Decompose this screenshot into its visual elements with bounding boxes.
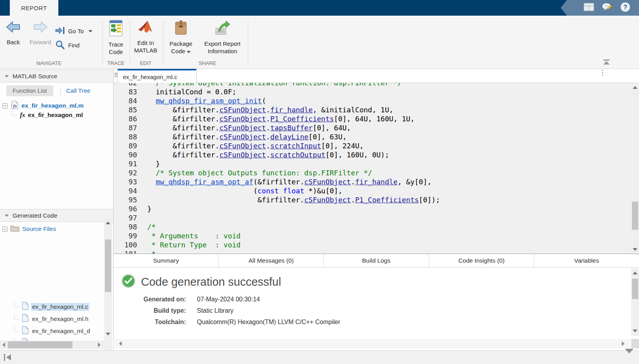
code-link[interactable]: scratchInput [270, 142, 321, 150]
bottom-tab-code-insights[interactable]: Code Insights (0) [429, 254, 534, 267]
source-files-label[interactable]: Source Files [22, 225, 56, 232]
feedback-icon[interactable] [601, 2, 613, 13]
code-line: 87 &firfilter.cSFunObject.tapsBuffer[0],… [114, 123, 631, 132]
code-link[interactable]: P1_Coefficients [355, 196, 419, 204]
code-text: * Arguments : void [147, 231, 240, 240]
tree-node-source-files[interactable]: Source Files [2, 225, 56, 233]
code-text: &firfilter.cSFunObject.scratchInput[0], … [147, 141, 364, 150]
code-link[interactable]: cSFunObject [219, 124, 266, 132]
collapse-ribbon-button[interactable] [602, 59, 611, 65]
scroll-left-arrow[interactable] [2, 342, 5, 347]
back-button[interactable]: Back [2, 20, 24, 46]
generated-code-header[interactable]: Generated Code [0, 209, 113, 222]
code-link[interactable]: cSFunObject [219, 151, 266, 159]
scroll-right-arrow[interactable] [98, 342, 101, 347]
matlab-file-icon: fx [10, 100, 19, 111]
generated-file-item[interactable]: ex_fir_hexagon_ml.c [0, 301, 103, 313]
trace-code-button[interactable]: Trace Code [104, 20, 128, 56]
forward-arrow-icon [27, 20, 53, 36]
code-text: /* [147, 222, 156, 231]
code-link[interactable]: cSFunObject [219, 106, 266, 114]
code-token: /* System object Outputs function: dsp.F… [147, 169, 372, 177]
sidebar-vscroll-thumb[interactable] [105, 240, 111, 292]
code-line: 94 (const float *)&u[0], [114, 186, 631, 195]
code-link[interactable]: cSFunObject [219, 115, 266, 123]
edit-in-matlab-button[interactable]: Edit In MATLAB [132, 20, 160, 54]
code-link[interactable]: delayLine [270, 133, 309, 141]
code-link[interactable]: mw_qhdsp_fir_asm_opt_af [156, 178, 253, 186]
line-number: 98 [114, 222, 137, 231]
package-code-button[interactable]: Package Code [166, 20, 196, 55]
scroll-right-arrow[interactable] [622, 341, 625, 346]
code-line: 100 * Return Type : void [114, 240, 631, 249]
tab-function-list[interactable]: Function List [6, 85, 53, 96]
scroll-left-arrow[interactable] [119, 341, 122, 346]
scroll-down-arrow[interactable] [633, 248, 637, 251]
tab-call-tree[interactable]: Call Tree [66, 87, 90, 94]
code-link[interactable]: P1_Coefficients [270, 115, 334, 123]
find-button[interactable]: Find [55, 40, 79, 50]
scroll-up-arrow[interactable] [106, 222, 110, 224]
scroll-up-arrow[interactable] [633, 272, 637, 274]
code-text: &firfilter.cSFunObject.P1_Coefficients[0… [147, 114, 415, 123]
bottom-tab-all-messages[interactable]: All Messages (0) [219, 254, 324, 267]
collapse-node-icon[interactable] [2, 103, 7, 108]
code-link[interactable]: fir_handle [355, 178, 397, 186]
code-link[interactable]: scratchOutput [270, 151, 325, 159]
code-token: &firfilter. [147, 124, 219, 132]
bottom-tab-summary[interactable]: Summary [114, 254, 219, 267]
tab-report[interactable]: REPORT [10, 0, 58, 16]
section-label-edit: EDIT [134, 60, 157, 66]
export-report-button[interactable]: Export Report Information [199, 20, 246, 55]
code-link[interactable]: cSFunObject [304, 178, 351, 186]
file-name: ex_fir_hexagon_ml.h [31, 315, 90, 323]
code-link[interactable]: fir_handle [270, 106, 312, 114]
back-label: Back [7, 39, 20, 45]
collapse-node-icon[interactable] [2, 227, 7, 232]
sidebar-hscroll-thumb[interactable] [8, 341, 72, 348]
forward-button[interactable]: Forward [27, 20, 53, 46]
tree-node-function[interactable]: fx ex_fir_hexagon_ml [12, 112, 83, 119]
scroll-down-arrow[interactable] [633, 330, 637, 332]
scroll-down-arrow[interactable] [106, 333, 110, 335]
generated-file-item[interactable]: ex_fir_hexagon_ml.h [0, 313, 103, 325]
editor-tab-ex-fir-hexagon-ml-c[interactable]: ex_fir_hexagon_ml.c [117, 69, 197, 83]
code-link[interactable]: cSFunObject [219, 142, 266, 150]
code-link[interactable]: tapsBuffer [270, 124, 312, 132]
ribbon-separator [130, 20, 130, 64]
code-line: 89 &firfilter.cSFunObject.scratchInput[0… [114, 141, 631, 150]
code-link[interactable]: mw_qhdsp_fir_asm_opt_init [156, 97, 262, 105]
function-name[interactable]: ex_fir_hexagon_ml [28, 112, 83, 119]
matlab-source-header[interactable]: MATLAB Source [0, 70, 113, 83]
code-link[interactable]: cSFunObject [219, 133, 266, 141]
code-token: . [266, 142, 270, 150]
editor-vscroll-thumb[interactable] [632, 202, 638, 230]
collapse-panel-icon[interactable] [625, 353, 634, 360]
package-code-caret-icon [187, 51, 191, 53]
code-token: *)&u[0], [304, 187, 343, 195]
go-to-button[interactable]: Go To [55, 26, 92, 36]
summary-hscrollbar[interactable] [114, 339, 630, 348]
matlab-file-name[interactable]: ex_fir_hexagon_ml.m [22, 102, 84, 109]
scroll-up-arrow[interactable] [633, 86, 637, 89]
layout-grid-icon[interactable] [583, 3, 594, 13]
generated-file-item[interactable]: ex_fir_hexagon_ml_d [0, 325, 103, 337]
bottom-tab-variables[interactable]: Variables [534, 254, 639, 267]
collapse-sidebar-icon[interactable] [4, 354, 13, 361]
summary-status-title: Code generation successful [141, 276, 281, 288]
section-label-navigate: NAVIGATE [23, 60, 74, 66]
tree-node-matlab-file[interactable]: fx ex_fir_hexagon_ml.m [2, 100, 84, 111]
tab-options-kebab-icon[interactable]: ⋮ [599, 71, 605, 74]
line-number: 86 [114, 114, 137, 123]
code-text: &firfilter.cSFunObject.scratchOutput[0],… [147, 150, 389, 159]
help-icon[interactable]: ? [620, 2, 630, 14]
summary-vscroll-thumb[interactable] [632, 279, 638, 299]
code-text: mw_qhdsp_fir_asm_opt_init( [147, 96, 266, 105]
svg-text:fx: fx [13, 103, 17, 108]
trace-code-label-1: Trace [108, 41, 123, 48]
code-link[interactable]: cSFunObject [304, 196, 351, 204]
collapse-section-icon [5, 75, 9, 77]
tree-elbow [12, 110, 17, 115]
bottom-tab-build-logs[interactable]: Build Logs [324, 254, 429, 267]
tab-drag-handle-icon[interactable] [114, 73, 117, 77]
